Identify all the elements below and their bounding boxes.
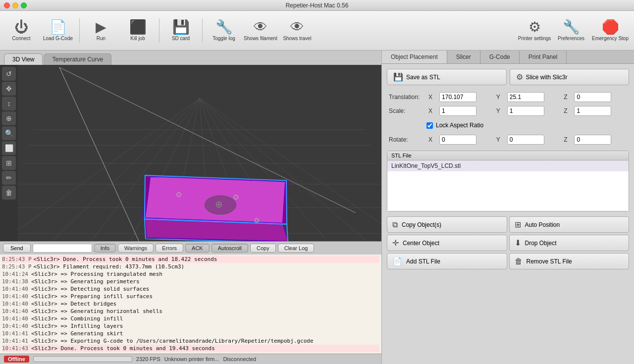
warnings-button[interactable]: Warnings bbox=[118, 244, 154, 253]
shows-travel-button[interactable]: 👁 Shows travel bbox=[280, 13, 315, 48]
emergency-stop-label: Emergency Stop bbox=[592, 36, 629, 41]
svg-point-27 bbox=[234, 195, 238, 199]
autoscroll-button[interactable]: Autoscroll bbox=[211, 244, 248, 253]
sd-card-button[interactable]: 💾 SD card bbox=[163, 13, 198, 48]
printer-settings-button[interactable]: ⚙ Printer settings bbox=[517, 13, 552, 48]
log-timestamp: 10:41:40 bbox=[2, 301, 29, 307]
log-timestamp: 10:41:40 bbox=[2, 323, 29, 329]
log-message-text: <Slic3r> => Processing triangulated mesh bbox=[31, 271, 162, 277]
3d-viewport[interactable]: ↺ ✥ ↕ ⊕ 🔍 ⬜ ⊞ ✏ 🗑 bbox=[0, 65, 381, 241]
log-message-text: <Slic3r> Done. Process took 0 minutes an… bbox=[31, 345, 215, 352]
svg-point-28 bbox=[255, 218, 259, 222]
minimize-button[interactable] bbox=[12, 2, 18, 8]
x-axis-label-1: X bbox=[426, 90, 437, 104]
stl-filename: LinKItOne_TopV5_LCD.stl bbox=[387, 160, 629, 171]
scale-y-input[interactable] bbox=[507, 106, 544, 116]
tab-g-code[interactable]: G-Code bbox=[480, 51, 520, 63]
copy-objects-button[interactable]: ⧉ Copy Object(s) bbox=[387, 216, 507, 233]
add-stl-button[interactable]: 📄 Add STL File bbox=[387, 253, 507, 269]
emergency-stop-icon: 🛑 bbox=[602, 20, 619, 34]
sd-card-label: SD card bbox=[172, 36, 190, 41]
run-label: Run bbox=[97, 36, 106, 41]
grid-button[interactable]: ⊞ bbox=[2, 156, 16, 170]
lock-aspect-checkbox[interactable] bbox=[426, 122, 433, 129]
copy-button[interactable]: Copy bbox=[250, 244, 276, 253]
translation-z-input[interactable] bbox=[574, 92, 611, 102]
tab-print-panel[interactable]: Print Panel bbox=[520, 51, 567, 63]
connect-button[interactable]: ⏻ Connect bbox=[4, 13, 39, 48]
send-input[interactable] bbox=[33, 244, 92, 253]
errors-button[interactable]: Errors bbox=[156, 244, 183, 253]
scale-z-input[interactable] bbox=[574, 106, 611, 116]
run-button[interactable]: ▶ Run bbox=[84, 13, 118, 48]
log-message-text: <Slic3r> Done. Process took 0 minutes an… bbox=[34, 256, 217, 262]
reset-view-button[interactable]: ↺ bbox=[2, 67, 16, 81]
auto-position-button[interactable]: ⊞ Auto Position bbox=[509, 216, 630, 233]
translation-x-input[interactable] bbox=[439, 92, 476, 102]
tab-3d-view[interactable]: 3D View bbox=[4, 53, 43, 65]
progress-bar bbox=[33, 356, 132, 362]
rotate-button[interactable]: ⊕ bbox=[2, 111, 16, 125]
rotate-y-input[interactable] bbox=[507, 135, 544, 145]
rotate-row: Rotate: X Y Z bbox=[387, 133, 629, 147]
frame-button[interactable]: ⬜ bbox=[2, 141, 16, 155]
tab-object-placement[interactable]: Object Placement bbox=[382, 51, 447, 63]
preferences-button[interactable]: 🔧 Preferences bbox=[554, 13, 588, 48]
right-tab-row: Object Placement Slicer G-Code Print Pan… bbox=[382, 51, 634, 64]
log-message-text: <Slic3r> => Detecting solid surfaces bbox=[31, 286, 149, 292]
top-action-row: 💾 Save as STL ⚙ Slice with Slic3r bbox=[387, 69, 629, 85]
drop-object-icon: ⬇ bbox=[515, 238, 521, 248]
y-axis-label-1: Y bbox=[494, 90, 505, 104]
drop-object-button[interactable]: ⬇ Drop Object bbox=[509, 235, 630, 251]
y-axis-label-2: Y bbox=[494, 104, 505, 118]
toggle-log-button[interactable]: 🔧 Toggle log bbox=[207, 13, 241, 48]
zoom-button[interactable]: 🔍 bbox=[2, 126, 16, 140]
center-object-button[interactable]: ✛ Center Object bbox=[387, 235, 507, 251]
log-timestamp: 10:41:41 bbox=[2, 338, 29, 344]
translation-y-input[interactable] bbox=[507, 92, 544, 102]
close-button[interactable] bbox=[4, 2, 10, 8]
add-stl-icon: 📄 bbox=[392, 257, 402, 266]
scale-x-input[interactable] bbox=[439, 106, 476, 116]
tab-temperature-curve[interactable]: Temperature Curve bbox=[44, 53, 111, 65]
remove-stl-button[interactable]: 🗑 Remove STL File bbox=[509, 253, 630, 269]
left-panel: 3D View Temperature Curve ↺ ✥ ↕ ⊕ 🔍 ⬜ ⊞ … bbox=[0, 51, 381, 364]
tab-slicer[interactable]: Slicer bbox=[447, 51, 480, 63]
log-message-text: <Slic3r> => Generating perimeters bbox=[31, 278, 140, 285]
z-axis-label-3: Z bbox=[562, 104, 572, 118]
log-line: 10:41:40<Slic3r> => Generating horizonta… bbox=[2, 308, 379, 315]
connect-icon: ⏻ bbox=[14, 20, 28, 34]
rotate-x-input[interactable] bbox=[439, 135, 476, 145]
ack-button[interactable]: ACK bbox=[185, 244, 210, 253]
log-timestamp: 8:25:43 P bbox=[2, 263, 32, 270]
log-timestamp: 10:41:40 bbox=[2, 293, 29, 300]
maximize-button[interactable] bbox=[21, 2, 27, 8]
log-message-text: <Slic3r> => Exporting G-code to /Users/c… bbox=[31, 338, 314, 344]
slice-icon: ⚙ bbox=[516, 72, 523, 82]
svg-point-26 bbox=[177, 193, 181, 197]
remove-stl-icon: 🗑 bbox=[515, 257, 523, 266]
kill-job-button[interactable]: ⬛ Kill job bbox=[120, 13, 155, 48]
shows-filament-button[interactable]: 👁 Shows filament bbox=[243, 13, 278, 48]
draw-button[interactable]: ✏ bbox=[2, 171, 16, 185]
lock-aspect-label: Lock Aspect Ratio bbox=[436, 122, 483, 129]
pan-button[interactable]: ✥ bbox=[2, 82, 16, 96]
auto-position-label: Auto Position bbox=[525, 221, 560, 228]
move-button[interactable]: ↕ bbox=[2, 97, 16, 110]
log-line: 10:41:40<Slic3r> => Preparing infill sur… bbox=[2, 293, 379, 300]
save-stl-button[interactable]: 💾 Save as STL bbox=[387, 69, 507, 85]
clear-log-button[interactable]: Clear Log bbox=[278, 244, 315, 253]
window-controls[interactable] bbox=[4, 2, 27, 8]
log-timestamp: 10:41:38 bbox=[2, 278, 29, 285]
emergency-stop-button[interactable]: 🛑 Emergency Stop bbox=[590, 13, 630, 48]
log-messages: 8:25:43 P<Slic3r> Done. Process took 0 m… bbox=[0, 255, 381, 354]
send-button[interactable]: Send bbox=[3, 244, 31, 253]
load-gcode-button[interactable]: 📄 Load G-Code bbox=[41, 13, 75, 48]
shows-travel-label: Shows travel bbox=[283, 36, 311, 41]
fps-text: 2320 FPS bbox=[136, 356, 160, 362]
slice-button[interactable]: ⚙ Slice with Slic3r bbox=[510, 69, 630, 85]
info-button[interactable]: Info bbox=[94, 244, 116, 253]
offline-status: Offline bbox=[4, 356, 29, 363]
rotate-z-input[interactable] bbox=[574, 135, 611, 145]
delete-button[interactable]: 🗑 bbox=[2, 186, 16, 200]
